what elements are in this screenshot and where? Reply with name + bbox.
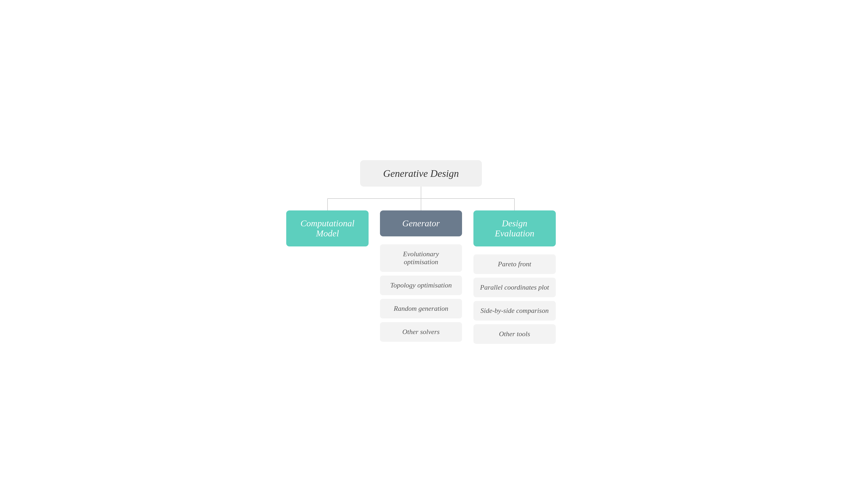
header-design-evaluation: DesignEvaluation [473, 211, 556, 247]
column-left: ComputationalModel [281, 211, 374, 247]
list-item: Side-by-side comparison [473, 301, 556, 321]
list-item: Other solvers [380, 322, 462, 342]
diagram: Generative Design ComputationalModel Gen… [281, 160, 561, 344]
header-generator: Generator [380, 211, 462, 236]
list-item: Evolutionary optimisation [380, 244, 462, 272]
connector-svg [281, 186, 561, 211]
header-label-left: ComputationalModel [301, 218, 355, 238]
header-label-right: DesignEvaluation [495, 218, 534, 238]
generator-children: Evolutionary optimisation Topology optim… [380, 244, 462, 342]
list-item: Topology optimisation [380, 275, 462, 295]
list-item: Pareto front [473, 254, 556, 274]
header-label-middle: Generator [402, 218, 440, 228]
column-middle: Generator Evolutionary optimisation Topo… [374, 211, 468, 342]
design-evaluation-children: Pareto front Parallel coordinates plot S… [473, 254, 556, 344]
root-node: Generative Design [360, 160, 482, 186]
column-right: DesignEvaluation Pareto front Parallel c… [468, 211, 561, 344]
list-item: Other tools [473, 324, 556, 344]
header-computational-model: ComputationalModel [286, 211, 369, 247]
list-item: Random generation [380, 299, 462, 319]
columns: ComputationalModel Generator Evolutionar… [281, 211, 561, 344]
list-item: Parallel coordinates plot [473, 278, 556, 297]
root-label: Generative Design [383, 168, 459, 179]
